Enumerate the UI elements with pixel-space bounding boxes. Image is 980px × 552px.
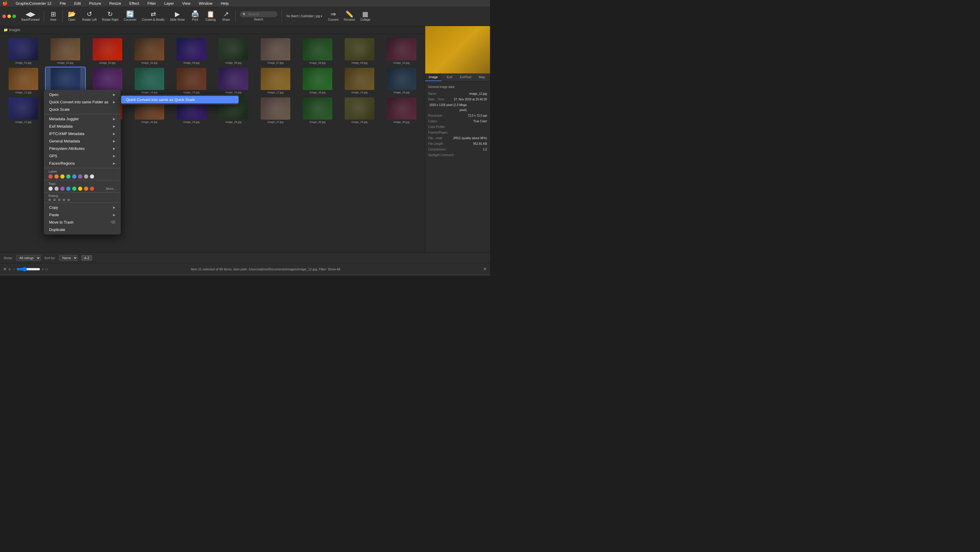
tag-dot[interactable] <box>60 187 65 191</box>
settings-icon[interactable]: ⚙ <box>484 267 487 271</box>
label-dot[interactable] <box>66 174 70 179</box>
menubar-picture[interactable]: Picture <box>87 1 103 6</box>
convert-modify-button[interactable]: ⇄ Convert & Modify <box>140 8 167 25</box>
batch-button[interactable]: No Batch | Subfolder | jpg ▾ <box>284 8 325 25</box>
rating-dot[interactable] <box>58 199 60 201</box>
submenu-item[interactable]: Quick Convert into same as Quick Scale <box>121 96 239 103</box>
tab-exif[interactable]: Exif <box>441 73 458 81</box>
search-button[interactable]: 🔍 Search <box>237 8 280 25</box>
image-cell[interactable]: image_08.jpg <box>298 38 337 65</box>
image-cell[interactable]: image_09.jpg <box>340 38 379 65</box>
image-cell[interactable]: image_18.jpg <box>298 67 337 94</box>
print-button[interactable]: 🖨️ Print <box>188 8 202 25</box>
tag-dot[interactable] <box>78 187 82 191</box>
ctx-move-trash[interactable]: Move to Trash ⌫ <box>45 219 120 226</box>
label-dot[interactable] <box>84 174 88 179</box>
rename-button[interactable]: ✏️ Rename <box>342 8 358 25</box>
image-cell[interactable]: image_02.jpg <box>46 38 85 65</box>
zoom-slider[interactable] <box>17 267 40 271</box>
image-cell[interactable]: image_05.jpg <box>172 38 211 65</box>
label-dot[interactable] <box>90 174 94 179</box>
rating-dot[interactable] <box>67 199 70 201</box>
label-dot[interactable] <box>49 174 52 179</box>
menubar-app[interactable]: GraphicConverter 12 <box>14 1 53 6</box>
image-cell[interactable]: image_21.jpg <box>3 97 43 124</box>
menubar-resize[interactable]: Resize <box>108 1 123 6</box>
image-cell[interactable]: image_03.jpg <box>88 38 127 65</box>
tag-dot[interactable] <box>90 187 94 191</box>
tab-map[interactable]: Map <box>474 73 490 81</box>
show-select[interactable]: All ratings <box>16 255 41 261</box>
tab-exiftool[interactable]: ExifTool <box>458 73 474 81</box>
tag-dot[interactable] <box>72 187 76 191</box>
ctx-quick-convert[interactable]: Quick Convert into same Folder as ▶ <box>45 98 120 106</box>
list-view-icon[interactable]: ≡ <box>9 267 10 271</box>
menubar-view[interactable]: View <box>180 1 192 6</box>
ctx-iptc-metadata[interactable]: IPTC/XMP Metadata ▶ <box>45 130 120 137</box>
tag-dot[interactable] <box>54 187 59 191</box>
ctx-quick-scale[interactable]: Quick Scale <box>45 106 120 113</box>
ctx-faces[interactable]: Faces/Regions ▶ <box>45 160 120 167</box>
image-cell[interactable]: image_30.jpg <box>382 97 422 124</box>
image-cell[interactable]: image_28.jpg <box>298 97 337 124</box>
label-dot[interactable] <box>60 174 65 179</box>
label-dot[interactable] <box>78 174 82 179</box>
back-forward-button[interactable]: ◀▶ Back/Forward <box>19 8 42 25</box>
ctx-metadata-juggler[interactable]: Metadata Juggler ▶ <box>45 115 120 123</box>
maximize-button[interactable] <box>13 14 16 18</box>
view-button[interactable]: ⊞ View <box>46 8 60 25</box>
image-cell[interactable]: image_04.jpg <box>130 38 169 65</box>
open-button[interactable]: 📂 Open <box>65 8 79 25</box>
close-button[interactable] <box>2 14 6 18</box>
menubar-edit[interactable]: Edit <box>73 1 83 6</box>
image-cell[interactable]: image_27.jpg <box>256 97 295 124</box>
catalog-button[interactable]: 📋 Catalog <box>203 8 218 25</box>
sort-select[interactable]: Name <box>59 255 78 261</box>
cocooner-button[interactable]: 🔄 Cocooner <box>121 8 139 25</box>
image-cell[interactable]: image_20.jpg <box>382 67 422 94</box>
ctx-exif-metadata[interactable]: Exif Metadata ▶ <box>45 123 120 130</box>
more-button[interactable]: More... <box>106 187 116 190</box>
ctx-gps[interactable]: GPS ▶ <box>45 152 120 160</box>
sort-dir-button[interactable]: A-Z <box>81 255 92 261</box>
ctx-filesystem[interactable]: Filesystem Attributes ▶ <box>45 145 120 152</box>
collage-button[interactable]: ▦ Collage <box>358 8 373 25</box>
grid-view-icon[interactable]: ⊞ <box>3 267 6 271</box>
menubar-effect[interactable]: Effect <box>127 1 141 6</box>
rotate-left-button[interactable]: ↺ Rotate Left <box>80 8 99 25</box>
menubar-layer[interactable]: Layer <box>162 1 176 6</box>
image-cell[interactable]: image_07.jpg <box>256 38 295 65</box>
rating-dot[interactable] <box>49 199 51 201</box>
rating-dot[interactable] <box>53 199 56 201</box>
tag-dot[interactable] <box>84 187 88 191</box>
image-cell[interactable]: image_06.jpg <box>214 38 253 65</box>
ctx-copy[interactable]: Copy ▶ <box>45 204 120 211</box>
image-cell[interactable]: image_11.jpg <box>3 67 43 94</box>
image-cell[interactable]: image_10.jpg <box>382 38 422 65</box>
menubar-filter[interactable]: Filter <box>146 1 158 6</box>
menubar-window[interactable]: Window <box>197 1 214 6</box>
image-cell[interactable]: image_01.jpg <box>3 38 43 65</box>
menubar-file[interactable]: File <box>58 1 68 6</box>
ctx-open[interactable]: Open ▶ <box>45 91 120 98</box>
label-dot[interactable] <box>72 174 76 179</box>
tag-dot[interactable] <box>66 187 70 191</box>
convert-button[interactable]: ⇒ Convert <box>326 8 341 25</box>
image-cell[interactable]: image_14.jpg <box>130 67 169 94</box>
ctx-duplicate[interactable]: Duplicate ▶ <box>45 226 120 233</box>
search-input[interactable] <box>248 12 275 16</box>
apple-menu[interactable]: 🍎 <box>2 1 8 6</box>
label-dot[interactable] <box>54 174 59 179</box>
tag-dot[interactable] <box>49 187 52 191</box>
minimize-button[interactable] <box>7 14 11 18</box>
slide-show-button[interactable]: ▶ Slide Show <box>167 8 187 25</box>
rotate-right-button[interactable]: ↻ Rotate Right <box>100 8 121 25</box>
image-cell[interactable]: image_29.jpg <box>340 97 379 124</box>
image-cell[interactable]: image_19.jpg <box>340 67 379 94</box>
ctx-paste[interactable]: Paste ▶ <box>45 211 120 219</box>
image-cell[interactable]: image_16.jpg <box>214 67 253 94</box>
image-cell[interactable]: image_15.jpg <box>172 67 211 94</box>
ctx-general-metadata[interactable]: General Metadata ▶ <box>45 137 120 145</box>
rating-dot[interactable] <box>63 199 65 201</box>
image-cell[interactable]: image_17.jpg <box>256 67 295 94</box>
